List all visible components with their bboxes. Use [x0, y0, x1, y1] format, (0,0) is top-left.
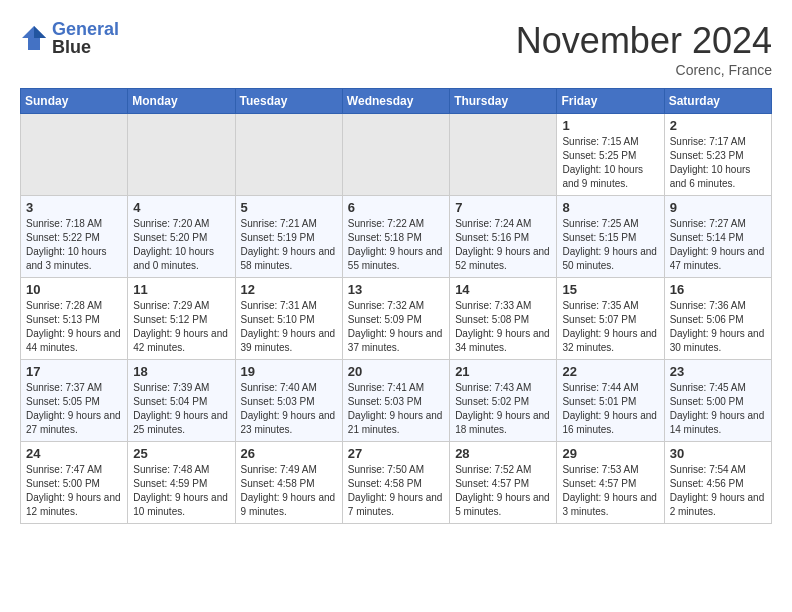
calendar-cell: 22Sunrise: 7:44 AMSunset: 5:01 PMDayligh…	[557, 360, 664, 442]
col-header-thursday: Thursday	[450, 89, 557, 114]
sunset-text: Sunset: 5:13 PM	[26, 314, 100, 325]
day-number: 28	[455, 446, 551, 461]
daylight-text: Daylight: 10 hours and 6 minutes.	[670, 164, 751, 189]
daylight-text: Daylight: 9 hours and 30 minutes.	[670, 328, 765, 353]
sunrise-text: Sunrise: 7:37 AM	[26, 382, 102, 393]
day-info: Sunrise: 7:17 AMSunset: 5:23 PMDaylight:…	[670, 135, 766, 191]
calendar-cell: 25Sunrise: 7:48 AMSunset: 4:59 PMDayligh…	[128, 442, 235, 524]
day-info: Sunrise: 7:31 AMSunset: 5:10 PMDaylight:…	[241, 299, 337, 355]
day-number: 2	[670, 118, 766, 133]
daylight-text: Daylight: 9 hours and 7 minutes.	[348, 492, 443, 517]
day-number: 23	[670, 364, 766, 379]
sunset-text: Sunset: 5:14 PM	[670, 232, 744, 243]
col-header-wednesday: Wednesday	[342, 89, 449, 114]
calendar-week-5: 24Sunrise: 7:47 AMSunset: 5:00 PMDayligh…	[21, 442, 772, 524]
daylight-text: Daylight: 9 hours and 23 minutes.	[241, 410, 336, 435]
sunset-text: Sunset: 5:02 PM	[455, 396, 529, 407]
day-number: 20	[348, 364, 444, 379]
daylight-text: Daylight: 9 hours and 14 minutes.	[670, 410, 765, 435]
sunset-text: Sunset: 5:00 PM	[670, 396, 744, 407]
day-number: 10	[26, 282, 122, 297]
logo-text: GeneralBlue	[52, 20, 119, 56]
calendar-header: SundayMondayTuesdayWednesdayThursdayFrid…	[21, 89, 772, 114]
calendar-cell: 21Sunrise: 7:43 AMSunset: 5:02 PMDayligh…	[450, 360, 557, 442]
day-number: 14	[455, 282, 551, 297]
sunset-text: Sunset: 4:58 PM	[241, 478, 315, 489]
title-block: November 2024 Corenc, France	[516, 20, 772, 78]
sunrise-text: Sunrise: 7:22 AM	[348, 218, 424, 229]
sunset-text: Sunset: 5:15 PM	[562, 232, 636, 243]
day-info: Sunrise: 7:49 AMSunset: 4:58 PMDaylight:…	[241, 463, 337, 519]
daylight-text: Daylight: 9 hours and 25 minutes.	[133, 410, 228, 435]
calendar-cell: 12Sunrise: 7:31 AMSunset: 5:10 PMDayligh…	[235, 278, 342, 360]
sunrise-text: Sunrise: 7:39 AM	[133, 382, 209, 393]
calendar-cell: 7Sunrise: 7:24 AMSunset: 5:16 PMDaylight…	[450, 196, 557, 278]
col-header-sunday: Sunday	[21, 89, 128, 114]
calendar-cell	[128, 114, 235, 196]
sunset-text: Sunset: 4:57 PM	[562, 478, 636, 489]
daylight-text: Daylight: 9 hours and 52 minutes.	[455, 246, 550, 271]
sunset-text: Sunset: 5:03 PM	[348, 396, 422, 407]
calendar-cell: 9Sunrise: 7:27 AMSunset: 5:14 PMDaylight…	[664, 196, 771, 278]
day-number: 1	[562, 118, 658, 133]
day-info: Sunrise: 7:41 AMSunset: 5:03 PMDaylight:…	[348, 381, 444, 437]
calendar-cell: 2Sunrise: 7:17 AMSunset: 5:23 PMDaylight…	[664, 114, 771, 196]
sunset-text: Sunset: 5:07 PM	[562, 314, 636, 325]
calendar-week-2: 3Sunrise: 7:18 AMSunset: 5:22 PMDaylight…	[21, 196, 772, 278]
daylight-text: Daylight: 9 hours and 2 minutes.	[670, 492, 765, 517]
day-info: Sunrise: 7:37 AMSunset: 5:05 PMDaylight:…	[26, 381, 122, 437]
day-info: Sunrise: 7:25 AMSunset: 5:15 PMDaylight:…	[562, 217, 658, 273]
day-info: Sunrise: 7:40 AMSunset: 5:03 PMDaylight:…	[241, 381, 337, 437]
calendar-cell	[21, 114, 128, 196]
sunset-text: Sunset: 4:56 PM	[670, 478, 744, 489]
sunrise-text: Sunrise: 7:27 AM	[670, 218, 746, 229]
day-info: Sunrise: 7:53 AMSunset: 4:57 PMDaylight:…	[562, 463, 658, 519]
calendar-cell: 6Sunrise: 7:22 AMSunset: 5:18 PMDaylight…	[342, 196, 449, 278]
svg-marker-1	[34, 26, 46, 38]
daylight-text: Daylight: 9 hours and 18 minutes.	[455, 410, 550, 435]
daylight-text: Daylight: 9 hours and 44 minutes.	[26, 328, 121, 353]
day-number: 3	[26, 200, 122, 215]
day-info: Sunrise: 7:20 AMSunset: 5:20 PMDaylight:…	[133, 217, 229, 273]
calendar-cell: 29Sunrise: 7:53 AMSunset: 4:57 PMDayligh…	[557, 442, 664, 524]
calendar-table: SundayMondayTuesdayWednesdayThursdayFrid…	[20, 88, 772, 524]
calendar-cell: 20Sunrise: 7:41 AMSunset: 5:03 PMDayligh…	[342, 360, 449, 442]
calendar-cell: 14Sunrise: 7:33 AMSunset: 5:08 PMDayligh…	[450, 278, 557, 360]
day-info: Sunrise: 7:22 AMSunset: 5:18 PMDaylight:…	[348, 217, 444, 273]
sunrise-text: Sunrise: 7:44 AM	[562, 382, 638, 393]
day-number: 27	[348, 446, 444, 461]
day-info: Sunrise: 7:29 AMSunset: 5:12 PMDaylight:…	[133, 299, 229, 355]
day-info: Sunrise: 7:45 AMSunset: 5:00 PMDaylight:…	[670, 381, 766, 437]
sunrise-text: Sunrise: 7:32 AM	[348, 300, 424, 311]
sunset-text: Sunset: 5:18 PM	[348, 232, 422, 243]
sunrise-text: Sunrise: 7:52 AM	[455, 464, 531, 475]
daylight-text: Daylight: 10 hours and 9 minutes.	[562, 164, 643, 189]
day-number: 30	[670, 446, 766, 461]
daylight-text: Daylight: 9 hours and 9 minutes.	[241, 492, 336, 517]
day-number: 8	[562, 200, 658, 215]
sunrise-text: Sunrise: 7:50 AM	[348, 464, 424, 475]
sunrise-text: Sunrise: 7:45 AM	[670, 382, 746, 393]
sunset-text: Sunset: 5:22 PM	[26, 232, 100, 243]
calendar-cell: 24Sunrise: 7:47 AMSunset: 5:00 PMDayligh…	[21, 442, 128, 524]
day-number: 7	[455, 200, 551, 215]
daylight-text: Daylight: 9 hours and 34 minutes.	[455, 328, 550, 353]
day-info: Sunrise: 7:33 AMSunset: 5:08 PMDaylight:…	[455, 299, 551, 355]
sunrise-text: Sunrise: 7:25 AM	[562, 218, 638, 229]
sunrise-text: Sunrise: 7:47 AM	[26, 464, 102, 475]
sunset-text: Sunset: 5:23 PM	[670, 150, 744, 161]
daylight-text: Daylight: 9 hours and 3 minutes.	[562, 492, 657, 517]
sunset-text: Sunset: 5:04 PM	[133, 396, 207, 407]
sunset-text: Sunset: 4:58 PM	[348, 478, 422, 489]
logo: GeneralBlue	[20, 20, 119, 56]
day-number: 22	[562, 364, 658, 379]
calendar-cell: 5Sunrise: 7:21 AMSunset: 5:19 PMDaylight…	[235, 196, 342, 278]
daylight-text: Daylight: 9 hours and 42 minutes.	[133, 328, 228, 353]
day-number: 21	[455, 364, 551, 379]
daylight-text: Daylight: 9 hours and 16 minutes.	[562, 410, 657, 435]
day-info: Sunrise: 7:47 AMSunset: 5:00 PMDaylight:…	[26, 463, 122, 519]
daylight-text: Daylight: 9 hours and 32 minutes.	[562, 328, 657, 353]
calendar-cell	[450, 114, 557, 196]
calendar-cell: 3Sunrise: 7:18 AMSunset: 5:22 PMDaylight…	[21, 196, 128, 278]
daylight-text: Daylight: 9 hours and 47 minutes.	[670, 246, 765, 271]
